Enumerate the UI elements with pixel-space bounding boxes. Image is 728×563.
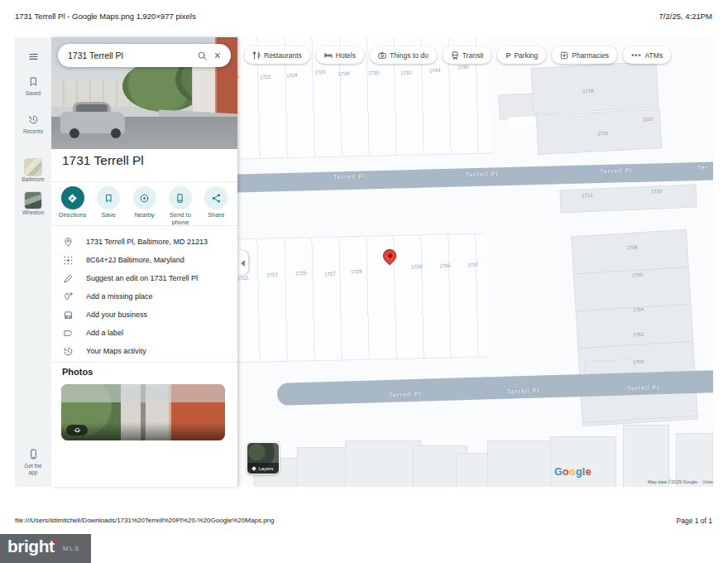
detail-add-label[interactable]: Add a label — [51, 324, 237, 342]
directions-button[interactable]: Directions — [55, 186, 90, 226]
send-to-phone-button[interactable]: Send to phone — [162, 186, 198, 226]
detail-address[interactable]: 1731 Terrell Pl, Baltimore, MD 21213 — [51, 233, 237, 251]
map-building — [623, 425, 669, 487]
chip-atms[interactable]: ••• ATMs — [623, 46, 671, 64]
add-place-icon — [63, 291, 74, 302]
nearby-icon — [133, 186, 156, 209]
chip-pharmacies[interactable]: Pharmacies — [552, 46, 617, 64]
menu-button[interactable] — [15, 51, 51, 65]
street-name-label: Terrell Pl — [389, 390, 421, 398]
edit-pencil-icon — [63, 273, 74, 284]
panorama-badge — [66, 425, 88, 435]
house-number: 1735 — [439, 263, 451, 269]
maps-sidebar: Saved Recents Baltimore Wheaton Get the … — [15, 37, 51, 487]
sidebar-item-recents[interactable]: Recents — [15, 113, 51, 135]
chip-restaurants[interactable]: Restaurants — [244, 46, 310, 64]
plus-code-icon — [63, 255, 74, 266]
restaurants-icon — [252, 51, 261, 60]
house-number: 1727 — [324, 272, 336, 277]
detail-add-missing-place[interactable]: Add a missing place — [51, 287, 237, 306]
photos-heading: Photos — [62, 367, 93, 377]
house-number: 1737 — [467, 262, 479, 268]
house-number: 1733 — [411, 264, 423, 270]
sidebar-item-wheaton[interactable]: Wheaton — [15, 191, 51, 216]
hamburger-icon — [28, 51, 39, 62]
google-logo: Google — [554, 466, 592, 478]
chip-transit[interactable]: Transit — [443, 46, 492, 64]
nearby-button[interactable]: Nearby — [127, 186, 162, 226]
bookmark-icon — [28, 76, 39, 87]
sidebar-item-saved[interactable]: Saved — [15, 75, 51, 97]
place-details: 1731 Terrell Pl, Baltimore, MD 21213 8C6… — [51, 233, 237, 360]
phone-icon — [28, 449, 39, 460]
file-path: file:///Users/istimitchell/Downloads/173… — [15, 517, 275, 524]
get-the-app-button[interactable]: Get the app — [15, 448, 51, 477]
house-number: 1710 — [651, 189, 663, 195]
sidebar-item-label: Saved — [15, 90, 51, 97]
house-number: 1729 — [351, 269, 362, 275]
save-button[interactable]: Save — [90, 186, 126, 226]
share-icon — [204, 186, 228, 209]
collapse-panel-button[interactable] — [237, 251, 248, 275]
house-number: 1712 — [582, 193, 593, 199]
detail-plus-code[interactable]: 8C64+2J Baltimore, Maryland — [51, 251, 237, 269]
sidebar-item-label: Baltimore — [15, 176, 51, 183]
search-input[interactable] — [68, 51, 190, 60]
window-title: 1731 Terrell Pl - Google Maps.png 1,920×… — [15, 12, 196, 21]
bookmark-icon — [97, 186, 120, 209]
detail-maps-activity[interactable]: Your Maps activity — [51, 342, 237, 360]
house-number: 1726 — [314, 70, 326, 75]
house-number: 1723 — [266, 272, 278, 278]
search-bar[interactable]: × — [58, 44, 231, 67]
location-pin-icon — [63, 237, 74, 248]
streetview-car-wheel — [69, 128, 79, 138]
house-number: 1700 — [633, 359, 644, 365]
chip-hotels[interactable]: Hotels — [316, 46, 364, 64]
place-photo[interactable] — [61, 384, 225, 440]
street-name-label: Terrell Pl — [600, 166, 632, 175]
close-icon[interactable]: × — [214, 50, 221, 61]
search-icon[interactable] — [197, 51, 208, 61]
place-panel: × 1731 Terrell Pl Directions Save — [51, 37, 237, 487]
atm-dots-icon: ••• — [631, 51, 641, 60]
sidebar-item-baltimore[interactable]: Baltimore — [15, 158, 51, 183]
house-number: 1706 — [632, 272, 644, 278]
pharmacy-icon — [560, 51, 568, 60]
street-name-label: Terrell Pl — [466, 170, 498, 178]
street-name-label: Terrell Pl — [507, 387, 539, 395]
house-number: 1725 — [295, 271, 307, 277]
history-icon — [28, 114, 39, 125]
map-canvas[interactable]: 1720 1722 1724 1726 1728 1730 1732 1734 … — [237, 37, 713, 487]
share-button[interactable]: Share — [199, 186, 234, 226]
layers-button[interactable]: Layers — [247, 442, 280, 474]
map-building — [559, 184, 697, 213]
brand-accent-dot — [53, 540, 56, 542]
divider — [51, 225, 237, 226]
phone-icon — [169, 186, 192, 209]
label-tag-icon — [63, 328, 74, 339]
divider — [51, 181, 237, 182]
house-number: 1722 — [260, 75, 271, 80]
street-name-label-partial: Ter — [697, 164, 709, 171]
street-name-label: Terrell Pl — [333, 172, 366, 180]
map-attribution-region: United — [702, 479, 713, 484]
detail-suggest-edit[interactable]: Suggest an edit on 1731 Terrell Pl — [51, 269, 237, 287]
map-attribution: Map data ©2025 Google — [648, 479, 697, 484]
transit-icon — [451, 51, 459, 60]
history-icon — [63, 346, 74, 357]
house-number: 1704 — [633, 307, 644, 313]
storefront-icon — [63, 310, 74, 320]
house-number: 1730 — [368, 70, 380, 76]
category-chips: Restaurants Hotels Things to do Transit … — [244, 46, 671, 64]
chip-things-to-do[interactable]: Things to do — [370, 46, 437, 64]
house-number: 1736 — [457, 65, 469, 70]
directions-icon — [61, 186, 84, 209]
street-name-label: Terrell Pl — [627, 383, 659, 392]
sidebar-item-label: Recents — [15, 128, 51, 135]
house-number: 1116 — [643, 117, 654, 123]
layers-label-band: Layers — [247, 463, 279, 474]
detail-add-business[interactable]: Add your business — [51, 306, 237, 324]
wheaton-thumbnail — [24, 191, 42, 209]
house-number: 1721 — [237, 276, 249, 282]
chip-parking[interactable]: P Parking — [497, 46, 546, 64]
